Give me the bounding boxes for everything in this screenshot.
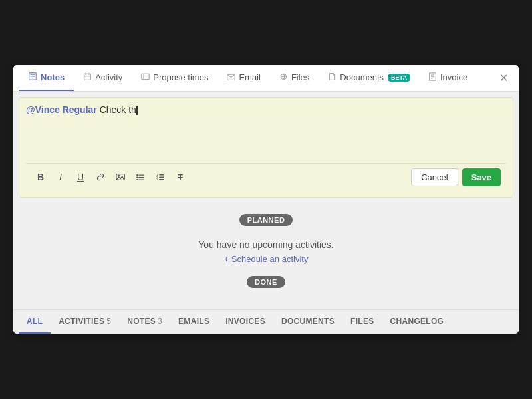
svg-rect-4 bbox=[84, 74, 91, 80]
no-activity-container: You have no upcoming activities. + Sched… bbox=[21, 234, 511, 267]
svg-rect-28 bbox=[159, 177, 164, 178]
svg-rect-26 bbox=[159, 174, 164, 175]
svg-point-18 bbox=[118, 175, 119, 176]
filter-all-label: ALL bbox=[27, 317, 43, 326]
text-cursor bbox=[136, 106, 138, 115]
filter-activities-label: ACTIVITIES bbox=[59, 317, 104, 326]
documents-icon bbox=[328, 72, 336, 83]
tabs-bar: Notes Activity Propose times bbox=[13, 65, 519, 92]
svg-rect-22 bbox=[138, 177, 144, 178]
filter-files-label: FILES bbox=[350, 317, 374, 326]
activity-icon bbox=[83, 72, 92, 83]
filter-changelog-label: CHANGELOG bbox=[390, 317, 444, 326]
tab-notes-label: Notes bbox=[41, 72, 65, 82]
cancel-button[interactable]: Cancel bbox=[411, 168, 458, 186]
editor-text: Check th bbox=[97, 104, 136, 115]
bullets-button[interactable] bbox=[131, 168, 150, 186]
invoice-icon bbox=[428, 72, 437, 83]
beta-badge: BETA bbox=[388, 74, 410, 82]
filter-tab-all[interactable]: ALL bbox=[19, 310, 51, 334]
svg-text:3.: 3. bbox=[156, 178, 159, 181]
propose-times-icon bbox=[141, 72, 150, 83]
email-icon bbox=[227, 72, 235, 83]
filter-tab-files[interactable]: FILES bbox=[342, 310, 382, 334]
tab-invoice[interactable]: Invoice bbox=[419, 66, 477, 91]
underline-button[interactable]: U bbox=[71, 168, 90, 186]
tab-documents-label: Documents bbox=[340, 72, 384, 82]
filter-tab-documents[interactable]: DOCUMENTS bbox=[273, 310, 342, 334]
filter-tab-changelog[interactable]: CHANGELOG bbox=[382, 310, 452, 334]
no-activity-text: You have no upcoming activities. bbox=[21, 239, 511, 250]
filter-activities-count: 5 bbox=[106, 317, 111, 326]
link-button[interactable] bbox=[91, 168, 110, 186]
notes-icon bbox=[28, 72, 37, 83]
svg-point-19 bbox=[136, 174, 138, 176]
svg-rect-30 bbox=[159, 179, 164, 180]
strikethrough-button[interactable]: T bbox=[171, 168, 190, 186]
tab-propose-times[interactable]: Propose times bbox=[132, 66, 217, 91]
save-button[interactable]: Save bbox=[462, 168, 501, 186]
tab-email-label: Email bbox=[239, 72, 261, 82]
filter-emails-label: EMAILS bbox=[178, 317, 209, 326]
italic-button[interactable]: I bbox=[51, 168, 70, 186]
numbered-button[interactable]: 1. 2. 3. bbox=[151, 168, 170, 186]
tab-documents[interactable]: Documents BETA bbox=[319, 66, 419, 91]
bold-button[interactable]: B bbox=[31, 168, 50, 186]
planned-label: PLANNED bbox=[239, 214, 293, 226]
schedule-activity-link[interactable]: + Schedule an activity bbox=[224, 254, 309, 264]
svg-rect-9 bbox=[144, 74, 149, 79]
image-button[interactable] bbox=[111, 168, 130, 186]
filter-notes-count: 3 bbox=[158, 317, 162, 326]
tab-notes[interactable]: Notes bbox=[19, 65, 74, 91]
filter-tab-invoices[interactable]: INVOICES bbox=[217, 310, 273, 334]
svg-rect-24 bbox=[138, 180, 144, 180]
tab-propose-times-label: Propose times bbox=[153, 72, 208, 82]
done-section: DONE bbox=[21, 267, 511, 301]
notes-content-area[interactable]: @Vince Regular Check th bbox=[26, 104, 506, 158]
files-icon bbox=[279, 72, 288, 83]
svg-point-21 bbox=[136, 176, 138, 178]
svg-rect-20 bbox=[138, 175, 144, 176]
done-label: DONE bbox=[247, 276, 285, 288]
mention-tag: @Vince Regular bbox=[26, 104, 97, 115]
filter-tab-notes[interactable]: NOTES 3 bbox=[119, 310, 170, 334]
action-buttons: Cancel Save bbox=[411, 168, 501, 186]
filter-tab-emails[interactable]: EMAILS bbox=[170, 310, 217, 334]
tab-files[interactable]: Files bbox=[270, 66, 319, 91]
tab-invoice-label: Invoice bbox=[440, 72, 467, 82]
tab-activity[interactable]: Activity bbox=[74, 66, 132, 91]
editor-toolbar: B I U bbox=[26, 163, 506, 190]
activity-section: PLANNED You have no upcoming activities.… bbox=[13, 203, 519, 307]
svg-point-23 bbox=[136, 179, 138, 180]
filter-tabs: ALL ACTIVITIES 5 NOTES 3 EMAILS INVOICES… bbox=[13, 309, 519, 334]
main-container: Notes Activity Propose times bbox=[13, 65, 519, 334]
tab-activity-label: Activity bbox=[95, 72, 122, 82]
close-button[interactable]: ✕ bbox=[494, 66, 513, 90]
notes-editor: @Vince Regular Check th B I U bbox=[19, 97, 513, 198]
tab-files-label: Files bbox=[291, 72, 309, 82]
filter-tab-activities[interactable]: ACTIVITIES 5 bbox=[51, 310, 119, 334]
filter-invoices-label: INVOICES bbox=[225, 317, 265, 326]
filter-documents-label: DOCUMENTS bbox=[281, 317, 334, 326]
tab-email[interactable]: Email bbox=[217, 66, 270, 91]
filter-notes-label: NOTES bbox=[127, 317, 156, 326]
